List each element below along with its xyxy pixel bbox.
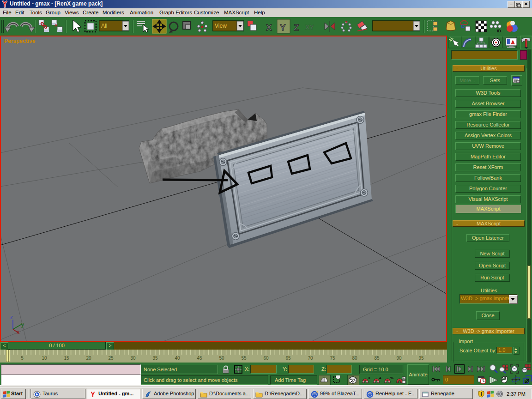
svg-text:Z: Z [294, 23, 299, 32]
svg-text:%: % [390, 376, 393, 380]
svg-text:y: y [21, 321, 24, 328]
svg-text:15: 15 [64, 356, 69, 361]
svg-text:55: 55 [241, 356, 247, 361]
svg-text:Y: Y [280, 23, 286, 32]
svg-text:View: View [215, 23, 227, 29]
svg-text:Perspective: Perspective [4, 38, 36, 44]
svg-text:35: 35 [152, 356, 158, 361]
svg-text:65: 65 [285, 356, 291, 361]
svg-text:40: 40 [175, 356, 180, 361]
svg-text:85: 85 [374, 356, 380, 361]
svg-text:90: 90 [396, 356, 402, 361]
svg-text:x: x [17, 329, 19, 335]
svg-text:30: 30 [130, 356, 136, 361]
svg-text:60: 60 [263, 356, 269, 361]
svg-text:ID: ID [497, 29, 502, 33]
svg-text:XY: XY [305, 24, 314, 31]
svg-text:50: 50 [219, 356, 224, 361]
svg-text:z: z [10, 314, 13, 320]
svg-text:3: 3 [368, 376, 370, 380]
svg-text:25: 25 [108, 356, 114, 361]
svg-text:80: 80 [352, 356, 357, 361]
svg-text:75: 75 [330, 356, 335, 361]
svg-text:20: 20 [86, 356, 91, 361]
svg-text:4: 4 [379, 376, 381, 380]
svg-text:X: X [266, 23, 272, 32]
svg-text:10: 10 [42, 356, 47, 361]
svg-text:45: 45 [197, 356, 202, 361]
svg-text:All: All [101, 23, 107, 29]
svg-text:95: 95 [418, 356, 424, 361]
svg-text:70: 70 [308, 356, 313, 361]
svg-text:5: 5 [21, 356, 24, 361]
